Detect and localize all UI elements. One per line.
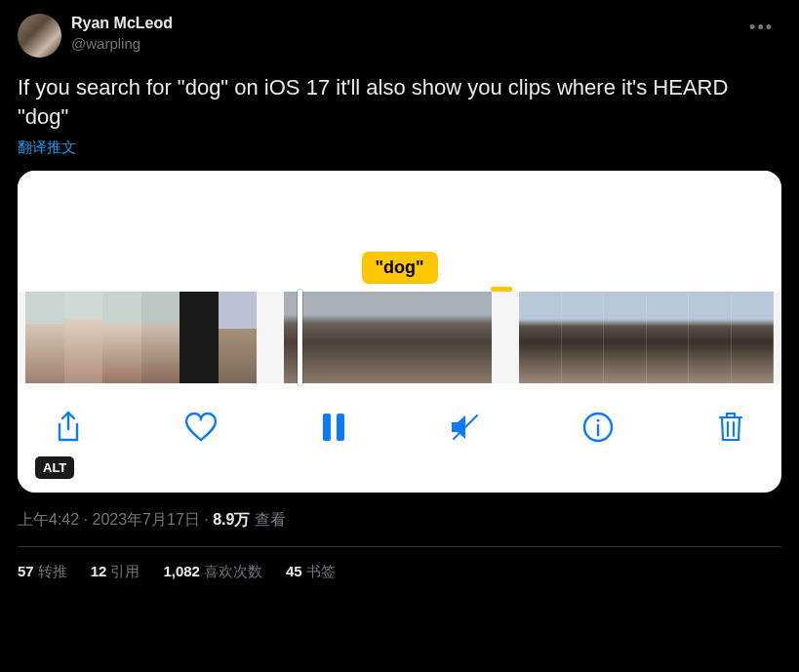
clip-group[interactable] xyxy=(519,292,774,383)
timeline-frame xyxy=(519,292,561,383)
more-icon[interactable]: ••• xyxy=(741,14,781,42)
quotes-label: 引用 xyxy=(110,563,140,579)
user-handle: @warpling xyxy=(71,34,173,54)
timeline-frame xyxy=(422,292,492,383)
timeline-frame xyxy=(64,292,103,383)
search-term-badge: "dog" xyxy=(361,252,437,284)
timeline-frame xyxy=(353,292,422,383)
timeline-frame xyxy=(102,292,141,383)
views-label: 查看 xyxy=(255,511,286,528)
alt-badge[interactable]: ALT xyxy=(35,456,74,479)
trash-icon[interactable] xyxy=(711,408,750,447)
quotes-count: 12 xyxy=(91,563,107,579)
tweet-header: Ryan McLeod @warpling ••• xyxy=(18,14,781,58)
timeline-frame xyxy=(562,292,604,383)
user-info[interactable]: Ryan McLeod @warpling xyxy=(71,14,173,53)
clip-group[interactable] xyxy=(284,292,492,383)
info-icon[interactable] xyxy=(579,408,618,447)
tweet-time[interactable]: 上午4:42 xyxy=(18,511,79,528)
timeline-frame xyxy=(25,292,64,383)
clip-group[interactable] xyxy=(25,292,257,383)
playhead[interactable] xyxy=(298,290,302,385)
quotes-stat[interactable]: 12引用 xyxy=(91,563,140,581)
tweet-date[interactable]: 2023年7月17日 xyxy=(92,511,199,528)
views-count: 8.9万 xyxy=(213,511,250,528)
timeline-frame xyxy=(180,292,219,383)
translate-link[interactable]: 翻译推文 xyxy=(18,138,781,157)
tweet-stats: 57转推 12引用 1,082喜欢次数 45书签 xyxy=(18,563,781,581)
media-card[interactable]: "dog" xyxy=(18,171,781,493)
tweet-text: If you search for "dog" on iOS 17 it'll … xyxy=(18,73,781,131)
svg-rect-1 xyxy=(337,414,344,441)
divider xyxy=(18,546,781,547)
timeline-frame xyxy=(141,292,180,383)
bookmarks-label: 书签 xyxy=(306,563,336,579)
timeline-frame xyxy=(219,292,258,383)
heart-icon[interactable] xyxy=(181,408,220,447)
pause-icon[interactable] xyxy=(314,408,353,447)
timeline-frame xyxy=(732,292,774,383)
media-controls xyxy=(18,383,781,471)
tweet-meta: 上午4:42 · 2023年7月17日 · 8.9万 查看 xyxy=(18,510,781,531)
likes-label: 喜欢次数 xyxy=(204,563,262,579)
timeline-frame xyxy=(284,292,353,383)
retweets-count: 57 xyxy=(18,563,34,579)
timeline-frame xyxy=(647,292,689,383)
avatar[interactable] xyxy=(18,14,61,58)
likes-count: 1,082 xyxy=(163,563,200,579)
tweet-container: Ryan McLeod @warpling ••• If you search … xyxy=(0,0,799,595)
timeline-frame xyxy=(689,292,731,383)
media-top: "dog" xyxy=(18,171,781,292)
svg-point-4 xyxy=(597,419,600,422)
video-timeline[interactable] xyxy=(18,292,781,383)
likes-stat[interactable]: 1,082喜欢次数 xyxy=(163,563,262,581)
svg-rect-0 xyxy=(323,414,331,441)
mute-icon[interactable] xyxy=(446,408,485,447)
timeline-frame xyxy=(604,292,646,383)
retweets-label: 转推 xyxy=(38,563,67,579)
bookmarks-count: 45 xyxy=(286,563,302,579)
retweets-stat[interactable]: 57转推 xyxy=(18,563,67,581)
timeline-marker xyxy=(491,287,512,292)
share-icon[interactable] xyxy=(49,408,88,447)
bookmarks-stat[interactable]: 45书签 xyxy=(286,563,336,581)
display-name: Ryan McLeod xyxy=(71,14,173,34)
